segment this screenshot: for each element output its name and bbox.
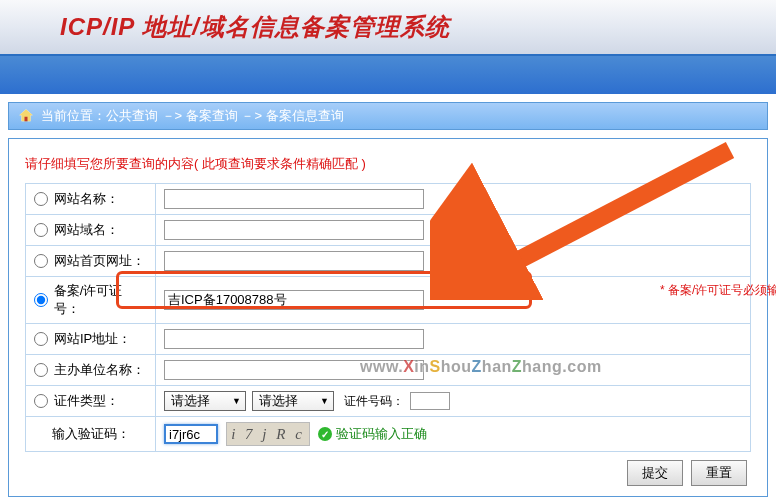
chevron-down-icon: ▼ <box>232 396 241 406</box>
button-row: 提交 重置 <box>25 452 751 486</box>
radio-site-domain[interactable]: 网站域名： <box>34 221 147 239</box>
blue-band <box>0 56 776 94</box>
breadcrumb: 当前位置：公共查询 －> 备案查询 －> 备案信息查询 <box>8 102 768 130</box>
select-cert-type-1[interactable]: 请选择▼ <box>164 391 246 411</box>
captcha-label: 输入验证码： <box>26 417 156 452</box>
required-note: * 备案/许可证号必须输入 <box>660 282 776 299</box>
form-instruction: 请仔细填写您所要查询的内容( 此项查询要求条件精确匹配 ) <box>25 155 751 173</box>
svg-rect-0 <box>25 117 28 122</box>
captcha-ok: ✓验证码输入正确 <box>318 425 427 443</box>
input-site-home-url[interactable] <box>164 251 424 271</box>
input-site-domain[interactable] <box>164 220 424 240</box>
submit-button[interactable]: 提交 <box>627 460 683 486</box>
page-header: ICP/IP 地址/域名信息备案管理系统 <box>0 0 776 56</box>
radio-cert-type[interactable]: 证件类型： <box>34 392 147 410</box>
select-cert-type-2[interactable]: 请选择▼ <box>252 391 334 411</box>
chevron-down-icon: ▼ <box>320 396 329 406</box>
input-sponsor-name[interactable] <box>164 360 424 380</box>
input-captcha[interactable] <box>164 424 218 444</box>
home-icon <box>17 107 35 125</box>
radio-site-home-url[interactable]: 网站首页网址： <box>34 252 147 270</box>
query-form-table: 网站名称： 网站域名： 网站首页网址： 备案/许可证号： 网站IP地址： 主办单… <box>25 183 751 452</box>
check-icon: ✓ <box>318 427 332 441</box>
input-site-name[interactable] <box>164 189 424 209</box>
header-title: ICP/IP 地址/域名信息备案管理系统 <box>60 11 450 43</box>
captcha-image[interactable]: i 7 j R c <box>226 422 310 446</box>
input-site-ip[interactable] <box>164 329 424 349</box>
input-cert-num[interactable] <box>410 392 450 410</box>
input-record-license[interactable] <box>164 290 424 310</box>
radio-record-license[interactable]: 备案/许可证号： <box>34 282 147 318</box>
radio-site-ip[interactable]: 网站IP地址： <box>34 330 147 348</box>
query-form-panel: 请仔细填写您所要查询的内容( 此项查询要求条件精确匹配 ) 网站名称： 网站域名… <box>8 138 768 497</box>
reset-button[interactable]: 重置 <box>691 460 747 486</box>
breadcrumb-text: 当前位置：公共查询 －> 备案查询 －> 备案信息查询 <box>41 107 344 125</box>
radio-sponsor-name[interactable]: 主办单位名称： <box>34 361 147 379</box>
radio-site-name[interactable]: 网站名称： <box>34 190 147 208</box>
cert-num-label: 证件号码： <box>344 393 404 410</box>
